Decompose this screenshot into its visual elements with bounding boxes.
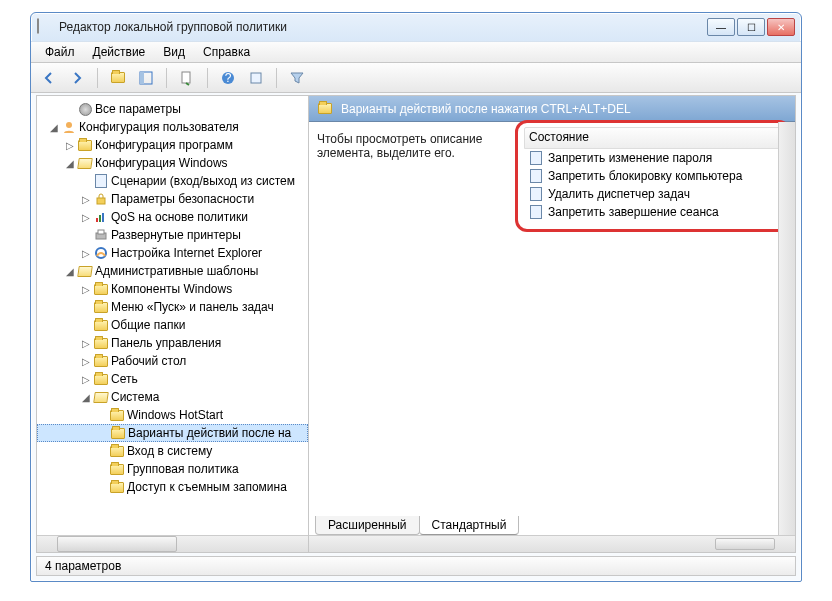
description-column: Чтобы просмотреть описание элемента, выд… (309, 122, 515, 552)
forward-button[interactable] (65, 66, 89, 90)
setting-item[interactable]: Запретить завершение сеанса (524, 203, 782, 221)
minimize-button[interactable]: — (707, 18, 735, 36)
tree-item-shared-folders[interactable]: Общие папки (37, 316, 308, 334)
tree-item-windows-config[interactable]: ◢Конфигурация Windows (37, 154, 308, 172)
help-button[interactable]: ? (216, 66, 240, 90)
menu-view[interactable]: Вид (155, 43, 193, 61)
statusbar: 4 параметров (36, 556, 796, 576)
svg-rect-5 (251, 73, 261, 83)
details-scrollbar-v[interactable] (778, 122, 795, 535)
tab-standard[interactable]: Стандартный (419, 516, 520, 535)
maximize-button[interactable]: ☐ (737, 18, 765, 36)
menu-action[interactable]: Действие (85, 43, 154, 61)
svg-rect-7 (97, 198, 105, 204)
details-tabs: Расширенный Стандартный (309, 515, 518, 535)
tree-item-printers[interactable]: Развернутые принтеры (37, 226, 308, 244)
tree-item-system[interactable]: ◢Система (37, 388, 308, 406)
description-text: Чтобы просмотреть описание элемента, выд… (317, 132, 482, 160)
setting-item[interactable]: Запретить изменение пароля (524, 149, 782, 167)
properties-button[interactable] (244, 66, 268, 90)
tree-item-logon[interactable]: Вход в систему (37, 442, 308, 460)
setting-item[interactable]: Запретить блокировку компьютера (524, 167, 782, 185)
setting-icon (528, 204, 544, 220)
tree-item-win-components[interactable]: ▷Компоненты Windows (37, 280, 308, 298)
client-area: Все параметры ◢Конфигурация пользователя… (36, 95, 796, 553)
details-title: Варианты действий после нажатия CTRL+ALT… (341, 102, 631, 116)
tree-item-start-taskbar[interactable]: Меню «Пуск» и панель задач (37, 298, 308, 316)
details-header: Варианты действий после нажатия CTRL+ALT… (309, 96, 795, 122)
setting-label: Запретить изменение пароля (548, 151, 712, 165)
setting-item[interactable]: Удалить диспетчер задач (524, 185, 782, 203)
tree-item-software-config[interactable]: ▷Конфигурация программ (37, 136, 308, 154)
tree-pane: Все параметры ◢Конфигурация пользователя… (37, 96, 309, 552)
tree-item-scripts[interactable]: Сценарии (вход/выход из систем (37, 172, 308, 190)
tree-item-group-policy[interactable]: Групповая политика (37, 460, 308, 478)
tree-item-ctrl-alt-del[interactable]: Варианты действий после на (37, 424, 308, 442)
app-window: Редактор локальной групповой политики — … (30, 12, 802, 582)
menu-file[interactable]: Файл (37, 43, 83, 61)
window-title: Редактор локальной групповой политики (59, 20, 707, 34)
toolbar: ? (31, 63, 801, 93)
setting-label: Удалить диспетчер задач (548, 187, 690, 201)
tree-item-security[interactable]: ▷Параметры безопасности (37, 190, 308, 208)
close-button[interactable]: ✕ (767, 18, 795, 36)
setting-icon (528, 150, 544, 166)
tree-item-removable[interactable]: Доступ к съемным запомина (37, 478, 308, 496)
svg-text:?: ? (225, 71, 232, 85)
svg-rect-10 (102, 213, 104, 222)
back-button[interactable] (37, 66, 61, 90)
window-controls: — ☐ ✕ (707, 18, 795, 36)
details-pane: Варианты действий после нажатия CTRL+ALT… (309, 96, 795, 552)
app-icon (37, 19, 53, 35)
tree-item-admin-templates[interactable]: ◢Административные шаблоны (37, 262, 308, 280)
export-button[interactable] (175, 66, 199, 90)
filter-button[interactable] (285, 66, 309, 90)
up-button[interactable] (106, 66, 130, 90)
svg-rect-9 (99, 215, 101, 222)
tree[interactable]: Все параметры ◢Конфигурация пользователя… (37, 96, 308, 535)
svg-rect-12 (98, 230, 104, 234)
settings-column: Состояние Запретить изменение пароля Зап… (515, 122, 795, 552)
setting-label: Запретить завершение сеанса (548, 205, 719, 219)
details-scrollbar-h[interactable] (309, 535, 795, 552)
settings-column-header[interactable]: Состояние (524, 127, 782, 149)
tab-extended[interactable]: Расширенный (315, 516, 420, 535)
setting-label: Запретить блокировку компьютера (548, 169, 742, 183)
svg-rect-8 (96, 218, 98, 222)
status-text: 4 параметров (45, 559, 121, 573)
menubar: Файл Действие Вид Справка (31, 41, 801, 63)
svg-rect-2 (182, 72, 190, 83)
settings-callout: Состояние Запретить изменение пароля Зап… (515, 120, 791, 232)
tree-item-network[interactable]: ▷Сеть (37, 370, 308, 388)
setting-icon (528, 186, 544, 202)
details-body: Чтобы просмотреть описание элемента, выд… (309, 122, 795, 552)
folder-icon (317, 101, 333, 117)
show-tree-button[interactable] (134, 66, 158, 90)
tree-item-all-settings[interactable]: Все параметры (37, 100, 308, 118)
tree-scrollbar-h[interactable] (37, 535, 308, 552)
menu-help[interactable]: Справка (195, 43, 258, 61)
svg-rect-1 (140, 72, 144, 84)
svg-point-6 (66, 122, 72, 128)
tree-item-hotstart[interactable]: Windows HotStart (37, 406, 308, 424)
tree-item-user-config[interactable]: ◢Конфигурация пользователя (37, 118, 308, 136)
tree-item-qos[interactable]: ▷QoS на основе политики (37, 208, 308, 226)
titlebar[interactable]: Редактор локальной групповой политики — … (31, 13, 801, 41)
tree-item-ie[interactable]: ▷Настройка Internet Explorer (37, 244, 308, 262)
tree-item-control-panel[interactable]: ▷Панель управления (37, 334, 308, 352)
setting-icon (528, 168, 544, 184)
tree-item-desktop[interactable]: ▷Рабочий стол (37, 352, 308, 370)
